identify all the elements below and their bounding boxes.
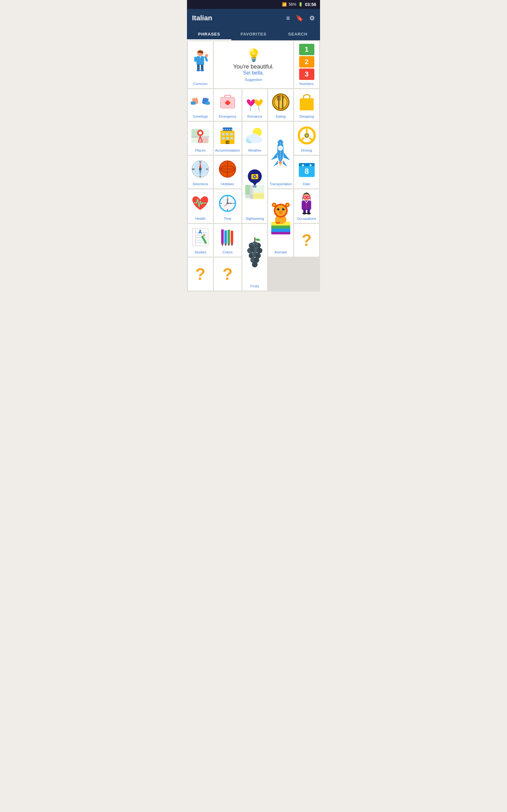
svg-text:E: E [207, 168, 209, 171]
category-greetings[interactable]: Greetings [188, 89, 213, 121]
list-icon[interactable]: ≡ [286, 14, 290, 22]
category-time[interactable]: Time [214, 189, 241, 223]
battery-level: 56% [289, 2, 296, 7]
svg-text:A: A [199, 229, 202, 235]
suggestion-label: Suggestion [245, 78, 262, 82]
time-icon [215, 192, 240, 215]
unknown-category-1[interactable]: ? [294, 224, 319, 257]
svg-point-66 [305, 134, 308, 137]
category-fruits[interactable]: Fruits [242, 224, 268, 291]
directions-label: Directions [193, 182, 208, 186]
svg-point-182 [257, 244, 258, 245]
animals-icon [269, 192, 292, 248]
weather-label: Weather [248, 148, 261, 152]
suggestion-italian: Sei bella. [243, 70, 264, 76]
numbers-label: Numbers [299, 82, 314, 86]
common-label: Common [193, 82, 208, 86]
date-icon: 8 [295, 158, 318, 181]
svg-rect-19 [205, 101, 210, 105]
category-common[interactable]: Common [188, 41, 213, 88]
svg-point-88 [254, 176, 256, 177]
category-health[interactable]: Health [188, 189, 213, 223]
category-shopping[interactable]: Shopping [294, 89, 319, 121]
svg-point-96 [309, 164, 312, 166]
svg-rect-45 [222, 137, 225, 140]
svg-line-25 [259, 106, 259, 111]
svg-rect-46 [226, 137, 229, 140]
tab-search[interactable]: SEARCH [276, 27, 320, 40]
category-studies[interactable]: A Studies [188, 224, 213, 257]
svg-text:★★★★★: ★★★★★ [223, 128, 232, 131]
svg-rect-160 [231, 231, 233, 244]
svg-text:W: W [192, 168, 195, 171]
svg-point-103 [227, 202, 228, 204]
eating-label: Eating [276, 114, 285, 118]
suggestion-cell[interactable]: 💡 You're beautiful. Sei bella. Suggestio… [214, 41, 293, 88]
svg-marker-83 [245, 185, 250, 194]
hobbies-icon [215, 158, 240, 181]
tabs: PHRASES FAVORITES SEARCH [187, 27, 320, 40]
svg-text:S: S [200, 175, 202, 178]
svg-rect-156 [224, 230, 227, 244]
sightseeing-label: Sightseeing [245, 217, 264, 220]
category-sightseeing[interactable]: Sightseeing [242, 156, 268, 223]
settings-icon[interactable]: ⚙ [309, 14, 315, 22]
svg-marker-164 [228, 244, 230, 246]
romance-label: Romance [247, 114, 262, 118]
app-bar: Italian ≡ 🔖 ⚙ [187, 9, 320, 27]
svg-point-37 [199, 131, 202, 135]
svg-point-49 [228, 142, 229, 143]
emergency-icon [215, 92, 240, 113]
studies-icon: A [189, 226, 212, 249]
unknown-category-3[interactable]: ? [214, 258, 241, 291]
emergency-label: Emergency [219, 114, 236, 118]
category-transportation[interactable]: Transportation [268, 122, 293, 189]
category-date[interactable]: 8 Date [294, 156, 319, 189]
svg-point-38 [198, 141, 203, 143]
numbers-icon: 1 2 3 [295, 44, 318, 80]
transportation-label: Transportation [270, 182, 292, 186]
question-icon-1: ? [295, 226, 318, 254]
category-weather[interactable]: Weather [242, 122, 268, 155]
svg-point-27 [274, 96, 287, 108]
svg-rect-42 [222, 133, 225, 136]
category-grid: Common 💡 You're beautiful. Sei bella. Su… [187, 40, 320, 292]
svg-rect-18 [191, 101, 195, 105]
svg-rect-154 [221, 229, 224, 244]
battery-icon: 🔋 [298, 2, 303, 7]
svg-point-173 [257, 248, 262, 253]
svg-marker-162 [221, 244, 224, 246]
category-occupations[interactable]: Occupations [294, 189, 319, 223]
app-title: Italian [192, 14, 212, 22]
svg-rect-4 [201, 64, 204, 70]
tab-favorites[interactable]: FAVORITES [231, 27, 276, 40]
category-hobbies[interactable]: Hobbies [214, 156, 241, 189]
suggestion-english: You're beautiful. [233, 63, 274, 70]
svg-rect-8 [194, 57, 196, 62]
svg-point-127 [286, 204, 289, 206]
category-accommodation[interactable]: ★★★★★ Accommodation [214, 122, 241, 155]
svg-point-141 [306, 212, 311, 214]
greetings-label: Greetings [193, 114, 208, 118]
category-eating[interactable]: Eating [268, 89, 293, 121]
bookmark-icon[interactable]: 🔖 [296, 14, 303, 22]
category-numbers[interactable]: 1 2 3 Numbers [294, 41, 319, 88]
svg-rect-158 [228, 230, 230, 244]
tab-phrases[interactable]: PHRASES [187, 27, 231, 40]
unknown-category-2[interactable]: ? [188, 258, 213, 291]
category-colors[interactable]: Colors [214, 224, 241, 257]
category-animals[interactable]: Animals [268, 189, 293, 257]
fruits-icon [244, 226, 266, 282]
category-driving[interactable]: Driving [294, 122, 319, 155]
svg-point-58 [279, 162, 282, 166]
category-romance[interactable]: Romance [242, 89, 268, 121]
svg-point-6 [200, 69, 204, 71]
svg-point-9 [205, 54, 208, 57]
category-emergency[interactable]: Emergency [214, 89, 241, 121]
svg-point-95 [302, 164, 304, 166]
category-places[interactable]: Places [188, 122, 213, 155]
svg-point-119 [279, 208, 279, 209]
romance-icon [244, 92, 266, 113]
category-directions[interactable]: N S W E Directions [188, 156, 213, 189]
driving-label: Driving [301, 148, 312, 152]
